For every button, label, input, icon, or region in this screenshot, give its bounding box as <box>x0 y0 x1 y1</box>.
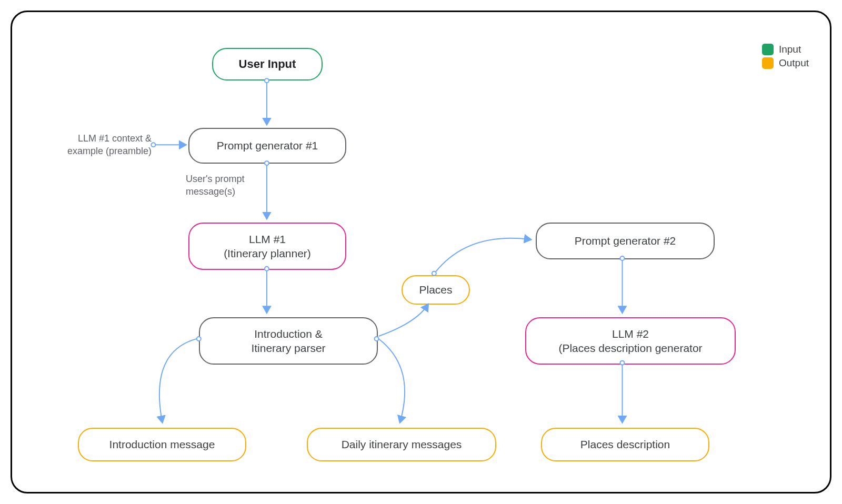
node-places-description-label: Places description <box>580 437 670 451</box>
node-llm-2-label: LLM #2 (Places description generator <box>558 327 702 356</box>
node-prompt-generator-1: Prompt generator #1 <box>188 128 346 164</box>
legend-input-row: Input <box>762 44 809 55</box>
node-daily-itinerary-messages: Daily itinerary messages <box>307 428 496 461</box>
node-llm-1: LLM #1 (Itinerary planner) <box>188 223 346 270</box>
node-user-input: User Input <box>212 48 323 80</box>
legend-output-label: Output <box>779 57 809 69</box>
node-places-label: Places <box>419 283 452 297</box>
node-parser-label: Introduction & Itinerary parser <box>251 327 325 356</box>
legend-output-swatch <box>762 57 774 69</box>
node-places-description: Places description <box>541 428 709 461</box>
node-prompt-generator-2-label: Prompt generator #2 <box>575 234 676 248</box>
node-user-input-label: User Input <box>239 57 296 72</box>
node-introduction-message: Introduction message <box>78 428 246 461</box>
legend: Input Output <box>762 44 809 71</box>
node-llm-1-label: LLM #1 (Itinerary planner) <box>224 232 311 261</box>
node-places: Places <box>402 275 470 305</box>
svg-point-2 <box>151 143 155 147</box>
node-llm-2: LLM #2 (Places description generator <box>525 317 736 365</box>
legend-input-swatch <box>762 44 774 55</box>
diagram-frame: Input Output User Input Prompt generator… <box>0 0 842 504</box>
label-user-prompt: User's prompt message(s) <box>186 173 270 198</box>
node-prompt-generator-2: Prompt generator #2 <box>536 223 715 259</box>
diagram-canvas: Input Output User Input Prompt generator… <box>11 11 831 493</box>
label-preamble: LLM #1 context & example (preamble) <box>41 132 152 158</box>
node-daily-messages-label: Daily itinerary messages <box>342 437 462 451</box>
node-intro-itinerary-parser: Introduction & Itinerary parser <box>199 317 378 365</box>
node-intro-message-label: Introduction message <box>109 437 215 451</box>
legend-output-row: Output <box>762 57 809 69</box>
legend-input-label: Input <box>779 44 801 55</box>
node-prompt-generator-1-label: Prompt generator #1 <box>217 138 318 153</box>
